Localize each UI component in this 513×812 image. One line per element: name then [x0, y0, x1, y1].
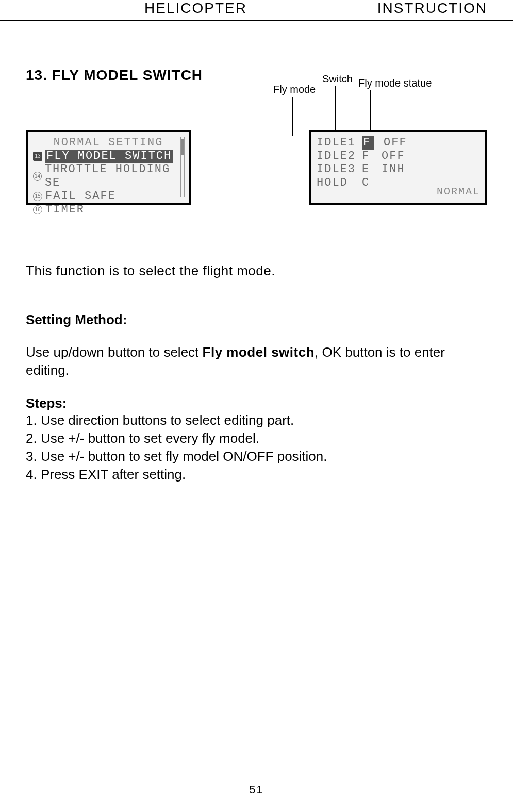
step-item: 4. Press EXIT after setting. — [26, 466, 487, 484]
lcd-title: NORMAL SETTING — [33, 136, 184, 150]
fly-mode-value: IDLE2 — [317, 150, 353, 163]
setting-method-body: Use up/down button to select Fly model s… — [26, 343, 487, 379]
status-value — [382, 176, 407, 190]
mode-indicator: NORMAL — [437, 185, 480, 198]
text-bold: Fly model switch — [203, 344, 315, 360]
page-header: HELICOPTER INSTRUCTION — [0, 0, 513, 21]
menu-label: THROTTLE HOLDING SE — [45, 163, 184, 190]
header-left: HELICOPTER — [144, 0, 247, 16]
menu-item: 15 FAIL SAFE — [33, 190, 184, 203]
header-right: INSTRUCTION — [377, 0, 487, 16]
step-item: 2. Use +/- button to set every fly model… — [26, 429, 487, 448]
callout-fly-mode-statue: Fly mode statue — [358, 77, 432, 89]
switch-value: E — [362, 163, 372, 176]
menu-number-icon: 14 — [33, 172, 42, 181]
switch-value: C — [362, 176, 372, 190]
menu-item: 16 TIMER — [33, 203, 184, 217]
fly-mode-value: HOLD — [317, 176, 353, 190]
status-value: OFF — [382, 150, 407, 163]
callout-line — [335, 86, 336, 136]
step-item: 3. Use +/- button to set fly model ON/OF… — [26, 448, 487, 466]
setting-method-heading: Setting Method: — [26, 312, 487, 328]
settings-row: IDLE1 F OFF — [317, 136, 480, 150]
text-fragment: Use up/down button to select — [26, 344, 203, 360]
lcd-screen-menu: NORMAL SETTING 13 FLY MODEL SWITCH 14 TH… — [26, 130, 191, 205]
menu-item-selected: 13 FLY MODEL SWITCH — [33, 150, 184, 163]
menu-item: 14 THROTTLE HOLDING SE — [33, 163, 184, 190]
status-value: INH — [382, 163, 407, 176]
status-value: OFF — [384, 136, 409, 150]
lcd-screen-settings: IDLE1 F OFF IDLE2 F OFF IDLE3 E INH HOLD… — [309, 130, 487, 205]
menu-number-icon: 15 — [33, 192, 42, 201]
callout-line — [370, 90, 371, 136]
switch-value: F — [362, 150, 372, 163]
callout-switch: Switch — [322, 73, 353, 85]
steps-heading: Steps: — [26, 395, 487, 411]
settings-row: IDLE3 E INH — [317, 163, 480, 176]
page-number: 51 — [0, 783, 513, 797]
callout-fly-mode: Fly mode — [273, 84, 316, 95]
scrollbar-thumb — [181, 139, 184, 155]
menu-label: TIMER — [45, 203, 85, 217]
fly-mode-value: IDLE1 — [317, 136, 353, 150]
menu-label: FLY MODEL SWITCH — [45, 150, 173, 163]
intro-text: This function is to select the flight mo… — [26, 261, 487, 280]
callout-line — [292, 97, 293, 136]
settings-row: IDLE2 F OFF — [317, 150, 480, 163]
fly-mode-value: IDLE3 — [317, 163, 353, 176]
switch-value: F — [362, 136, 374, 150]
step-item: 1. Use direction buttons to select editi… — [26, 411, 487, 429]
menu-number-icon: 16 — [33, 205, 42, 214]
menu-number-icon: 13 — [33, 152, 42, 161]
menu-label: FAIL SAFE — [45, 190, 116, 203]
scrollbar — [180, 137, 185, 197]
